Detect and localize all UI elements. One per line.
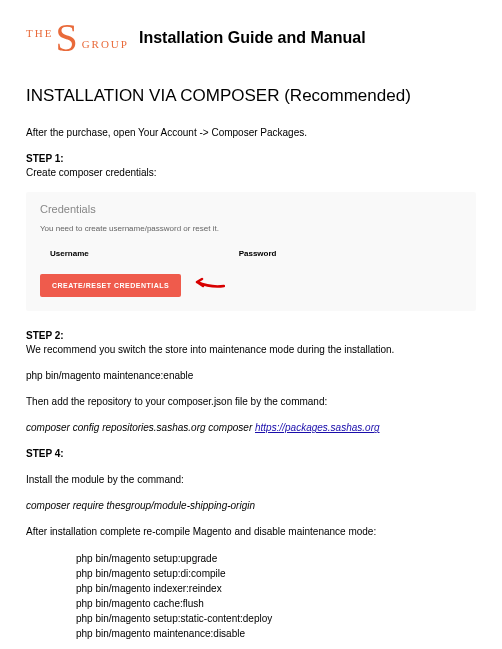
col-password: Password [239,248,277,259]
after-install-text: After installation complete re-compile M… [26,525,476,539]
credentials-subtitle: You need to create username/password or … [40,223,462,234]
logo: THE S GROUP [26,20,129,56]
cmd-reindex: php bin/magento indexer:reindex [76,581,476,596]
packages-link[interactable]: https://packages.sashas.org [255,422,380,433]
credentials-button-row: CREATE/RESET CREDENTIALS [40,274,462,298]
cmd-static-deploy: php bin/magento setup:static-content:dep… [76,611,476,626]
cmd-maintenance-enable: php bin/magento maintenance:enable [26,369,476,383]
arrow-icon [191,276,225,294]
intro-text: After the purchase, open Your Account ->… [26,126,476,140]
final-commands: php bin/magento setup:upgrade php bin/ma… [26,551,476,641]
step-2: STEP 2: We recommend you switch the stor… [26,329,476,357]
step-2-text: We recommend you switch the store into m… [26,344,394,355]
cmd-repo-prefix: composer config repositories.sashas.org … [26,422,255,433]
credentials-columns: Username Password [40,248,462,259]
logo-group: GROUP [82,37,129,52]
repo-text: Then add the repository to your composer… [26,395,476,409]
header: THE S GROUP Installation Guide and Manua… [26,20,476,56]
step-4-text: Install the module by the command: [26,473,476,487]
step-1-text: Create composer credentials: [26,167,157,178]
cmd-cacheflush: php bin/magento cache:flush [76,596,476,611]
step-4-label: STEP 4: [26,448,64,459]
cmd-repo: composer config repositories.sashas.org … [26,421,476,435]
credentials-screenshot: Credentials You need to create username/… [26,192,476,312]
cmd-maint-disable: php bin/magento maintenance:disable [76,626,476,641]
step-2-label: STEP 2: [26,330,64,341]
create-reset-button[interactable]: CREATE/RESET CREDENTIALS [40,274,181,298]
logo-s: S [55,20,79,56]
step-4: STEP 4: [26,447,476,461]
logo-the: THE [26,26,53,41]
col-username: Username [50,248,89,259]
page-title: Installation Guide and Manual [139,27,366,49]
cmd-dicompile: php bin/magento setup:di:compile [76,566,476,581]
step-1: STEP 1: Create composer credentials: [26,152,476,180]
cmd-upgrade: php bin/magento setup:upgrade [76,551,476,566]
credentials-title: Credentials [40,202,462,217]
cmd-require: composer require thesgroup/module-shippi… [26,499,476,513]
section-title: INSTALLATION VIA COMPOSER (Recommended) [26,84,476,108]
step-1-label: STEP 1: [26,153,64,164]
